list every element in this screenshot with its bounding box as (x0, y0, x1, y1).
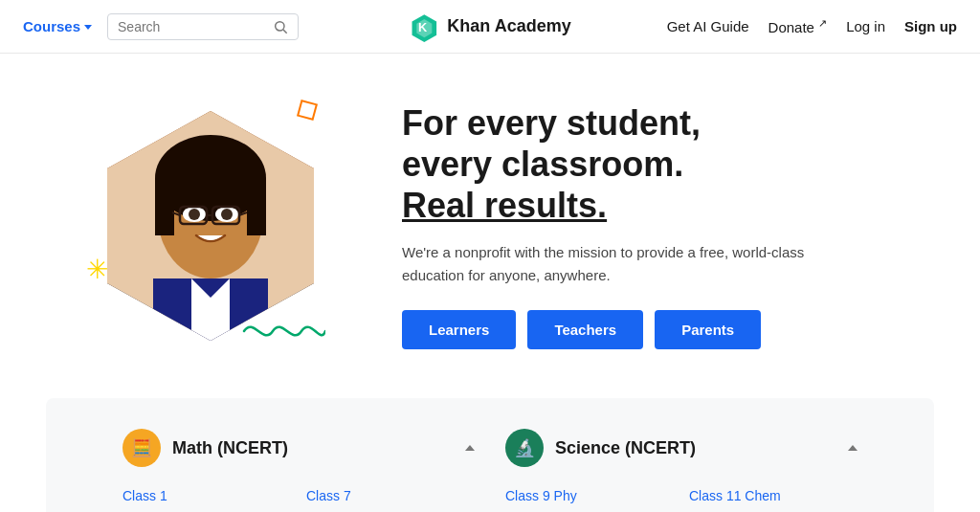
header-logo[interactable]: K Khan Academy (409, 11, 570, 42)
teachers-button[interactable]: Teachers (527, 310, 643, 349)
hero-image-container: ✳ (77, 92, 345, 360)
svg-point-0 (276, 21, 284, 30)
signup-link[interactable]: Sign up (904, 18, 957, 34)
hero-title-line3: Real results. (402, 186, 607, 225)
hero-title-line1: For every student, (402, 103, 701, 143)
svg-rect-9 (247, 178, 266, 235)
search-bar (107, 13, 299, 40)
green-squiggle-decoration (239, 312, 325, 345)
login-link[interactable]: Log in (846, 18, 885, 34)
orange-square-decoration (297, 100, 318, 121)
chevron-down-icon (84, 25, 92, 30)
hero-hexagon (96, 111, 325, 341)
math-chevron-up-icon (465, 445, 475, 451)
khan-academy-logo-icon: K (409, 11, 439, 42)
hero-section: ✳ For every student, every classroom. Re… (0, 54, 980, 398)
math-category: 🧮 Math (NCERT) Class 1 Class 7 Class 2 C… (122, 429, 475, 512)
ai-guide-link[interactable]: Get AI Guide (667, 18, 749, 34)
science-chevron-up-icon (848, 445, 858, 451)
learners-button[interactable]: Learners (402, 310, 516, 349)
hero-content: For every student, every classroom. Real… (402, 102, 833, 350)
student-photo (96, 111, 325, 341)
science-class-list: Class 9 Phy Class 11 Chem Class 9 Chem C… (505, 486, 858, 512)
svg-line-1 (283, 30, 287, 33)
logo-text: Khan Academy (447, 16, 570, 36)
donate-label: Donate (768, 19, 814, 35)
header: Courses K Khan Academy Get AI Guide Dona… (0, 0, 980, 54)
science-category-header[interactable]: 🔬 Science (NCERT) (505, 429, 858, 467)
math-class-list: Class 1 Class 7 Class 2 Class 8 Class 3 … (122, 486, 475, 512)
science-category-name: Science (NCERT) (555, 438, 696, 458)
list-item[interactable]: Class 11 Chem (689, 486, 858, 505)
svg-point-13 (221, 209, 233, 220)
math-category-header[interactable]: 🧮 Math (NCERT) (122, 429, 475, 467)
search-icon (273, 19, 288, 34)
hero-description: We're a nonprofit with the mission to pr… (402, 241, 833, 287)
list-item[interactable]: Class 9 Phy (505, 486, 674, 505)
parents-button[interactable]: Parents (655, 310, 761, 349)
courses-wrapper: 🧮 Math (NCERT) Class 1 Class 7 Class 2 C… (0, 398, 980, 512)
donate-link[interactable]: Donate ↗ (768, 17, 828, 35)
list-item[interactable]: Class 7 (306, 486, 475, 505)
courses-button[interactable]: Courses (23, 18, 92, 34)
science-category-title: 🔬 Science (NCERT) (505, 429, 696, 467)
svg-text:K: K (418, 19, 428, 33)
math-icon: 🧮 (122, 429, 161, 467)
hero-title: For every student, every classroom. Real… (402, 102, 833, 227)
svg-point-12 (189, 209, 200, 220)
hero-title-line2: every classroom. (402, 145, 683, 184)
svg-rect-8 (155, 178, 174, 235)
courses-grid: 🧮 Math (NCERT) Class 1 Class 7 Class 2 C… (122, 429, 858, 512)
science-icon: 🔬 (505, 429, 544, 467)
math-emoji: 🧮 (131, 437, 152, 458)
math-category-title: 🧮 Math (NCERT) (122, 429, 288, 467)
external-link-icon: ↗ (818, 17, 827, 29)
science-category: 🔬 Science (NCERT) Class 9 Phy Class 11 C… (505, 429, 858, 512)
yellow-star-decoration: ✳ (86, 256, 108, 283)
courses-section: 🧮 Math (NCERT) Class 1 Class 7 Class 2 C… (46, 398, 934, 512)
hero-buttons: Learners Teachers Parents (402, 310, 833, 349)
science-emoji: 🔬 (514, 437, 535, 458)
list-item[interactable]: Class 1 (122, 486, 291, 505)
search-input[interactable] (118, 19, 265, 34)
courses-label: Courses (23, 18, 80, 34)
student-illustration (96, 111, 325, 341)
math-category-name: Math (NCERT) (172, 438, 288, 458)
